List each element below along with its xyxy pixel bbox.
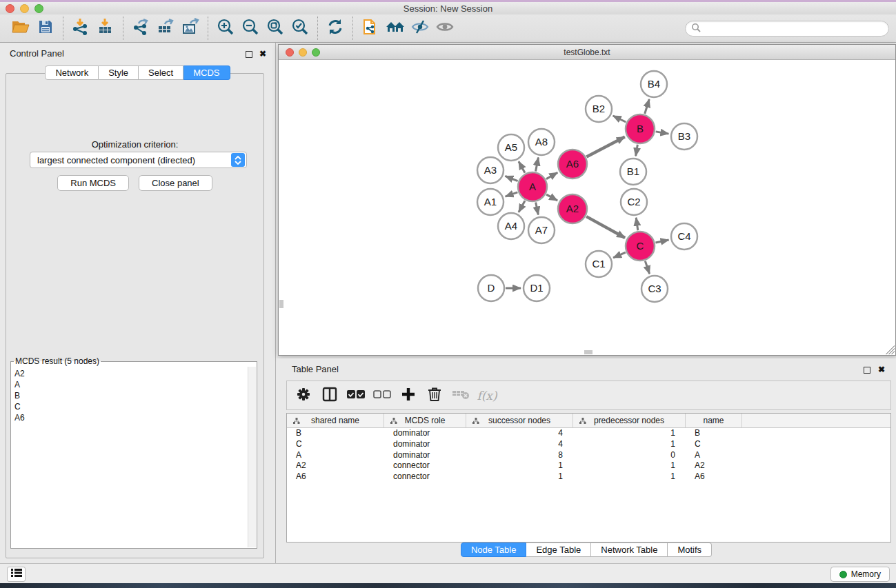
table-cell[interactable]: 1 bbox=[573, 428, 686, 439]
save-session-button[interactable] bbox=[33, 17, 58, 40]
graph-edge-A-A5[interactable] bbox=[519, 161, 525, 173]
float-panel-icon[interactable] bbox=[246, 51, 252, 58]
vertical-scroll-mark[interactable] bbox=[279, 300, 283, 308]
graph-node-B3[interactable]: B3 bbox=[671, 123, 697, 150]
graph-edge-A-A8[interactable] bbox=[536, 158, 539, 172]
graph-node-D1[interactable]: D1 bbox=[524, 275, 550, 301]
table-cell[interactable]: A2 bbox=[287, 460, 384, 472]
window-resize-grip[interactable] bbox=[886, 345, 895, 354]
network-canvas[interactable]: B4B2BB3A8A5A6A3B1AA1C2A2A4A7C4CC1C3DD1 bbox=[279, 61, 895, 355]
table-cell[interactable]: B bbox=[686, 428, 742, 439]
graph-edge-A-A2[interactable] bbox=[546, 194, 557, 201]
tab-mcds[interactable]: MCDS bbox=[183, 65, 230, 80]
graph-node-C2[interactable]: C2 bbox=[621, 189, 647, 215]
dropdown-stepper[interactable] bbox=[231, 153, 245, 167]
table-cell[interactable]: dominator bbox=[384, 428, 466, 439]
table-cell[interactable]: A bbox=[686, 450, 742, 461]
graph-node-A2[interactable]: A2 bbox=[558, 194, 587, 223]
table-cell[interactable]: 1 bbox=[466, 460, 573, 472]
table-row[interactable]: A6connector11A6 bbox=[287, 472, 890, 483]
search-field[interactable] bbox=[685, 21, 889, 37]
table-cell[interactable]: C bbox=[287, 439, 384, 450]
table-cell[interactable]: B bbox=[287, 428, 384, 439]
graph-node-C[interactable]: C bbox=[626, 232, 655, 261]
add-column-button[interactable] bbox=[399, 385, 418, 406]
table-row[interactable]: Cdominator41C bbox=[287, 439, 890, 450]
tab-style[interactable]: Style bbox=[99, 65, 139, 80]
graph-node-A7[interactable]: A7 bbox=[528, 217, 555, 243]
graph-edge-C-C4[interactable] bbox=[655, 240, 668, 243]
mcds-result-item[interactable]: C bbox=[14, 401, 248, 412]
graph-node-C1[interactable]: C1 bbox=[586, 251, 612, 277]
table-settings-button[interactable] bbox=[294, 385, 313, 406]
graph-node-A6[interactable]: A6 bbox=[558, 150, 587, 179]
table-tab-edge-table[interactable]: Edge Table bbox=[526, 543, 591, 557]
apply-layout-button[interactable] bbox=[323, 17, 348, 40]
graph-node-C3[interactable]: C3 bbox=[641, 276, 668, 302]
mcds-result-item[interactable]: B bbox=[14, 390, 248, 401]
zoom-fit-button[interactable] bbox=[263, 17, 288, 40]
graph-edge-A-A3[interactable] bbox=[505, 176, 517, 181]
horizontal-scroll-mark[interactable] bbox=[584, 350, 593, 354]
graph-node-B[interactable]: B bbox=[626, 114, 655, 143]
table-cell[interactable]: 4 bbox=[466, 428, 573, 439]
tab-network[interactable]: Network bbox=[45, 65, 99, 80]
tab-select[interactable]: Select bbox=[139, 65, 183, 80]
table-row[interactable]: Bdominator41B bbox=[287, 428, 890, 439]
graph-edge-B-B1[interactable] bbox=[636, 145, 638, 156]
graph-edge-B-B2[interactable] bbox=[613, 116, 626, 122]
function-builder-button[interactable]: f(x) bbox=[477, 385, 497, 406]
close-panel-icon[interactable]: ✖ bbox=[259, 49, 266, 59]
column-header-name[interactable]: name bbox=[686, 414, 742, 427]
graph-node-A5[interactable]: A5 bbox=[498, 134, 524, 161]
table-cell[interactable]: A6 bbox=[686, 472, 742, 483]
table-cell[interactable]: 1 bbox=[573, 460, 686, 472]
table-cell[interactable]: dominator bbox=[384, 439, 466, 450]
column-header-predecessor-nodes[interactable]: predecessor nodes bbox=[573, 414, 686, 427]
graph-edge-B-B4[interactable] bbox=[645, 99, 649, 114]
graph-node-B4[interactable]: B4 bbox=[641, 71, 667, 97]
table-cell[interactable]: A bbox=[287, 450, 384, 461]
close-table-panel-icon[interactable]: ✖ bbox=[878, 365, 885, 374]
graph-node-A1[interactable]: A1 bbox=[477, 189, 504, 215]
export-network-button[interactable] bbox=[128, 17, 153, 40]
import-network-button[interactable] bbox=[68, 17, 93, 40]
select-all-button[interactable] bbox=[346, 385, 366, 406]
table-tab-node-table[interactable]: Node Table bbox=[461, 543, 527, 557]
open-session-button[interactable] bbox=[8, 17, 33, 40]
graph-node-A8[interactable]: A8 bbox=[528, 129, 555, 155]
table-cell[interactable]: A2 bbox=[686, 460, 742, 472]
table-cell[interactable]: C bbox=[686, 439, 742, 450]
mcds-result-item[interactable]: A6 bbox=[14, 412, 248, 423]
graph-edge-A6-B[interactable] bbox=[586, 137, 624, 157]
search-input[interactable] bbox=[704, 24, 888, 34]
graph-edge-A-A1[interactable] bbox=[506, 192, 518, 196]
graph-node-B1[interactable]: B1 bbox=[620, 159, 646, 185]
graph-edge-A2-C[interactable] bbox=[586, 216, 625, 238]
table-cell[interactable]: dominator bbox=[384, 450, 466, 461]
table-cell[interactable]: connector bbox=[384, 460, 466, 472]
graph-node-B2[interactable]: B2 bbox=[586, 96, 612, 122]
graph-edge-C-C1[interactable] bbox=[613, 252, 626, 258]
close-panel-button[interactable]: Close panel bbox=[139, 175, 212, 191]
graph-node-C4[interactable]: C4 bbox=[671, 223, 697, 250]
network-window-titlebar[interactable]: testGlobe.txt bbox=[279, 45, 895, 60]
hide-graphics-details-button[interactable] bbox=[408, 17, 432, 40]
export-image-button[interactable] bbox=[178, 17, 203, 40]
criterion-dropdown[interactable]: largest connected component (directed) bbox=[30, 152, 247, 168]
graph-node-A[interactable]: A bbox=[518, 172, 547, 201]
export-table-button[interactable] bbox=[153, 17, 178, 40]
column-header-MCDS-role[interactable]: MCDS role bbox=[384, 414, 466, 427]
mcds-result-item[interactable]: A bbox=[14, 379, 248, 390]
titlebar[interactable]: Session: New Session bbox=[0, 2, 896, 14]
delete-column-button[interactable] bbox=[425, 385, 444, 406]
network-overview-button[interactable] bbox=[383, 17, 408, 40]
table-cell[interactable]: A6 bbox=[287, 472, 384, 483]
graph-edge-C-C3[interactable] bbox=[645, 261, 649, 274]
column-header-shared-name[interactable]: shared name bbox=[287, 414, 384, 427]
table-cell[interactable]: 0 bbox=[573, 450, 686, 461]
delete-table-button[interactable] bbox=[451, 385, 470, 406]
table-cell[interactable]: connector bbox=[384, 472, 466, 483]
mcds-result-item[interactable]: A2 bbox=[14, 368, 248, 379]
new-network-button[interactable] bbox=[358, 17, 383, 40]
